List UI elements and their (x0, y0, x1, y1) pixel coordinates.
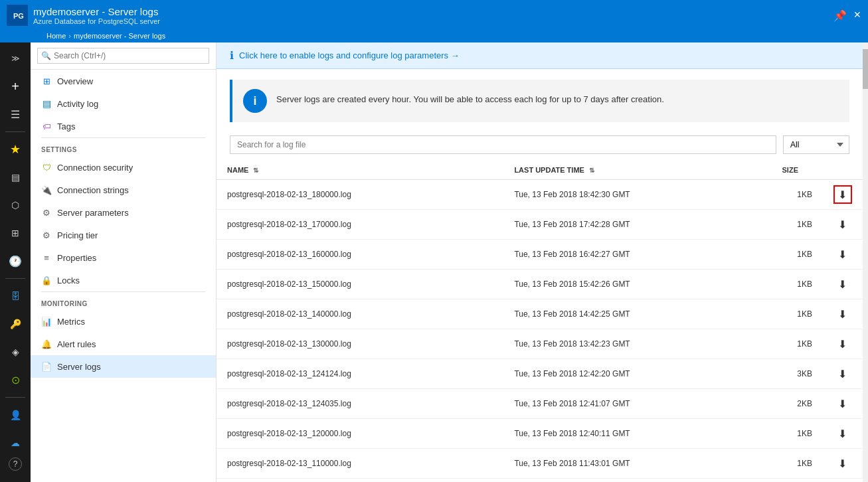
log-time-cell: Tue, 13 Feb 2018 10:42:59 GMT (503, 479, 771, 483)
nav-cube[interactable]: ⬡ (0, 192, 31, 218)
download-button[interactable]: ⬇ (833, 424, 852, 443)
nav-help[interactable]: ? (9, 457, 22, 471)
log-name-cell: postgresql-2018-02-13_160000.log (217, 240, 503, 270)
pin-button[interactable]: 📌 (833, 9, 847, 22)
nav-add[interactable]: + (0, 73, 31, 100)
log-name-cell: postgresql-2018-02-13_100000.log (217, 479, 503, 483)
sidebar-item-tags-label: Tags (57, 121, 75, 131)
sidebar-item-activity-log-label: Activity log (57, 99, 98, 109)
sidebar-item-server-logs-label: Server logs (57, 362, 101, 372)
sidebar-item-activity-log[interactable]: ▤ Activity log (31, 92, 216, 115)
page-subtitle: Azure Database for PostgreSQL server (33, 17, 160, 25)
breadcrumb-sep: › (68, 32, 71, 40)
info-banner-link[interactable]: Click here to enable logs and configure … (239, 50, 460, 60)
log-action-cell: ⬇ (823, 449, 863, 479)
col-header-action (823, 161, 863, 180)
sidebar-item-alert-rules[interactable]: 🔔 Alert rules (31, 333, 216, 355)
nav-database[interactable]: 🗄 (0, 283, 31, 309)
log-action-cell: ⬇ (823, 329, 863, 359)
sidebar-item-properties-label: Properties (57, 253, 96, 263)
log-table-header-row: NAME ⇅ LAST UPDATE TIME ⇅ SIZE (217, 161, 863, 180)
nav-monitor[interactable]: ⊙ (0, 366, 31, 393)
nav-docs[interactable]: ▤ (0, 164, 31, 191)
sidebar-item-overview[interactable]: ⊞ Overview (31, 70, 216, 92)
log-size-cell: 1KB (772, 479, 823, 483)
log-size-cell: 1KB (772, 240, 823, 270)
nav-dashboard[interactable]: ⊞ (0, 220, 31, 246)
log-table-header: NAME ⇅ LAST UPDATE TIME ⇅ SIZE (217, 161, 863, 180)
nav-key[interactable]: 🔑 (0, 311, 31, 337)
sidebar-item-server-parameters[interactable]: ⚙ Server parameters (31, 201, 216, 224)
table-row: postgresql-2018-02-13_124035.logTue, 13 … (217, 389, 863, 419)
nav-chevrons[interactable]: ≫ (0, 45, 31, 72)
server-logs-icon: 📄 (41, 361, 52, 372)
log-name-cell: postgresql-2018-02-13_110000.log (217, 449, 503, 479)
table-row: postgresql-2018-02-13_120000.logTue, 13 … (217, 419, 863, 449)
download-button[interactable]: ⬇ (833, 394, 852, 413)
download-button[interactable]: ⬇ (833, 215, 852, 234)
table-row: postgresql-2018-02-13_170000.logTue, 13 … (217, 210, 863, 240)
log-time-cell: Tue, 13 Feb 2018 15:42:26 GMT (503, 270, 771, 299)
metrics-icon: 📊 (41, 316, 52, 327)
monitoring-section-header: MONITORING (31, 292, 216, 310)
info-banner: ℹ Click here to enable logs and configur… (217, 42, 863, 69)
vertical-nav: ≫ + ☰ ★ ▤ ⬡ ⊞ 🕐 🗄 🔑 ◈ ⊙ 👤 ☁ ? (0, 42, 31, 482)
table-row: postgresql-2018-02-13_110000.logTue, 13 … (217, 449, 863, 479)
log-search-input[interactable] (230, 135, 776, 154)
info-banner-icon: ℹ (230, 49, 234, 62)
scrollbar-thumb[interactable] (863, 49, 868, 89)
log-name-cell: postgresql-2018-02-13_140000.log (217, 299, 503, 329)
svg-text:PG: PG (13, 12, 24, 20)
nav-diamond[interactable]: ◈ (0, 339, 31, 365)
nav-person[interactable]: 👤 (0, 402, 31, 428)
log-name-cell: postgresql-2018-02-13_124035.log (217, 389, 503, 419)
log-action-cell: ⬇ (823, 299, 863, 329)
nav-recent[interactable]: 🕐 (0, 248, 31, 274)
sidebar-item-server-logs[interactable]: 📄 Server logs (31, 355, 216, 378)
download-button[interactable]: ⬇ (833, 305, 852, 323)
search-filter-bar: All (230, 135, 849, 154)
scrollbar[interactable] (863, 42, 868, 482)
table-row: postgresql-2018-02-13_140000.logTue, 13 … (217, 299, 863, 329)
sidebar-item-locks-label: Locks (57, 276, 80, 285)
breadcrumb-home[interactable]: Home (46, 32, 66, 40)
time-sort-icon: ⇅ (589, 167, 594, 174)
close-button[interactable]: ✕ (853, 9, 861, 22)
sidebar-search-input[interactable] (37, 48, 209, 64)
filter-select[interactable]: All (783, 135, 849, 154)
sidebar-item-server-parameters-label: Server parameters (57, 208, 129, 218)
log-name-cell: postgresql-2018-02-13_124124.log (217, 359, 503, 389)
log-action-cell: ⬇ (823, 270, 863, 299)
sidebar-item-tags[interactable]: 🏷 Tags (31, 115, 216, 137)
log-action-cell: ⬇ (823, 359, 863, 389)
activity-log-icon: ▤ (41, 98, 52, 109)
nav-divider-1 (5, 131, 25, 132)
table-row: postgresql-2018-02-13_124124.logTue, 13 … (217, 359, 863, 389)
log-time-cell: Tue, 13 Feb 2018 14:42:25 GMT (503, 299, 771, 329)
download-button[interactable]: ⬇ (833, 364, 852, 383)
sidebar-item-connection-strings[interactable]: 🔌 Connection strings (31, 179, 216, 201)
sidebar-item-connection-security[interactable]: 🛡 Connection security (31, 156, 216, 179)
col-header-time[interactable]: LAST UPDATE TIME ⇅ (503, 161, 771, 180)
nav-menu[interactable]: ☰ (0, 101, 31, 127)
sidebar-item-properties[interactable]: ≡ Properties (31, 246, 216, 269)
download-button[interactable]: ⬇ (833, 454, 852, 473)
name-sort-icon: ⇅ (253, 167, 258, 174)
download-button[interactable]: ⬇ (833, 185, 852, 204)
nav-favorites[interactable]: ★ (0, 136, 31, 163)
sidebar-item-locks[interactable]: 🔒 Locks (31, 269, 216, 291)
download-button[interactable]: ⬇ (833, 335, 852, 353)
log-size-cell: 1KB (772, 210, 823, 240)
download-button[interactable]: ⬇ (833, 275, 852, 293)
nav-cloud[interactable]: ☁ (0, 430, 31, 456)
download-button[interactable]: ⬇ (833, 245, 852, 264)
sidebar-item-connection-security-label: Connection security (57, 163, 133, 173)
pricing-tier-icon: ⚙ (41, 230, 52, 240)
sidebar: 🔍 ⊞ Overview ▤ Activity log 🏷 Tags SETTI… (31, 42, 217, 482)
log-size-cell: 1KB (772, 449, 823, 479)
col-header-name[interactable]: NAME ⇅ (217, 161, 503, 180)
sidebar-item-metrics[interactable]: 📊 Metrics (31, 310, 216, 333)
log-time-cell: Tue, 13 Feb 2018 12:42:20 GMT (503, 359, 771, 389)
sidebar-item-pricing-tier[interactable]: ⚙ Pricing tier (31, 224, 216, 246)
log-action-cell: ⬇ (823, 210, 863, 240)
